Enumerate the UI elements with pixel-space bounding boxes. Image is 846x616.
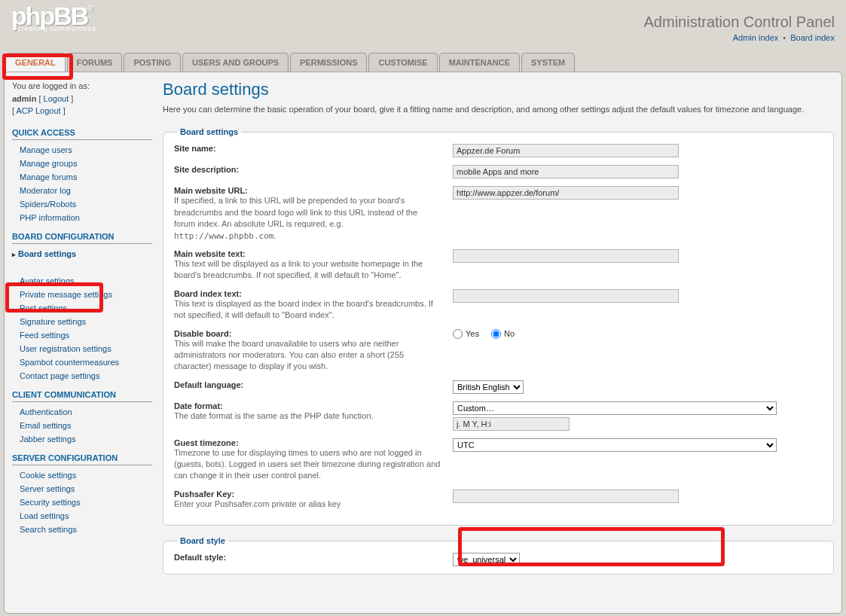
board-index-input[interactable] xyxy=(453,289,679,303)
disable-no-label: No xyxy=(504,329,515,338)
main-content: You are logged in as: admin [ Logout ] [… xyxy=(4,72,842,614)
date-format-input[interactable] xyxy=(453,417,570,431)
sidebar-contact-page[interactable]: Contact page settings xyxy=(20,371,99,380)
sidebar-auth[interactable]: Authentication xyxy=(20,407,72,416)
pushsafer-key-input[interactable] xyxy=(453,489,679,503)
quick-access-list: Manage users Manage groups Manage forums… xyxy=(12,143,152,224)
sidebar-manage-forums[interactable]: Manage forums xyxy=(20,172,77,181)
guest-tz-select[interactable]: UTC xyxy=(453,438,777,452)
board-config-heading: BOARD CONFIGURATION xyxy=(12,232,152,244)
acp-logout-link[interactable]: ACP Logout xyxy=(17,106,61,115)
logo[interactable]: phpBB® creating communities xyxy=(11,6,96,32)
sidebar-cookie-settings[interactable]: Cookie settings xyxy=(20,471,76,480)
sidebar-php-info[interactable]: PHP information xyxy=(20,213,80,222)
quick-access-heading: QUICK ACCESS xyxy=(12,128,152,140)
page-desc: Here you can determine the basic operati… xyxy=(163,104,834,115)
tab-posting[interactable]: POSTING xyxy=(124,53,181,72)
sidebar-user-reg-settings[interactable]: User registration settings xyxy=(20,344,111,353)
sidebar-jabber-settings[interactable]: Jabber settings xyxy=(20,435,76,444)
server-config-list: Cookie settings Server settings Security… xyxy=(12,468,152,536)
sidebar-manage-users[interactable]: Manage users xyxy=(20,145,72,154)
sidebar-manage-groups[interactable]: Manage groups xyxy=(20,159,77,168)
login-info: You are logged in as: admin [ Logout ] [… xyxy=(12,80,152,117)
disable-yes-label: Yes xyxy=(466,329,479,338)
board-index-link[interactable]: Board index xyxy=(790,33,835,42)
guest-tz-label: Guest timezone: xyxy=(174,438,239,447)
sidebar-avatar-settings[interactable]: Avatar settings xyxy=(20,276,75,285)
tab-general[interactable]: GENERAL xyxy=(5,53,66,72)
site-desc-input[interactable] xyxy=(453,165,679,178)
disable-no-radio[interactable] xyxy=(491,329,501,339)
pushsafer-key-label: Pushsafer Key: xyxy=(174,489,234,499)
sidebar-spiders[interactable]: Spiders/Robots xyxy=(20,200,76,209)
sidebar-feed-settings[interactable]: Feed settings xyxy=(20,331,69,340)
acp-title: Administration Control Panel xyxy=(644,14,835,31)
username: admin xyxy=(12,94,36,103)
sidebar-moderator-log[interactable]: Moderator log xyxy=(20,186,71,195)
client-comm-heading: CLIENT COMMUNICATION xyxy=(12,390,152,402)
board-index-label: Board index text: xyxy=(174,289,242,298)
sidebar-pm-settings[interactable]: Private message settings xyxy=(20,290,112,299)
main-url-input[interactable] xyxy=(453,186,679,200)
tab-customise[interactable]: CUSTOMISE xyxy=(368,53,437,72)
sidebar-server-settings[interactable]: Server settings xyxy=(20,484,75,493)
disable-board-label: Disable board: xyxy=(174,329,231,338)
tab-forums[interactable]: FORUMS xyxy=(67,53,123,72)
sidebar-board-settings[interactable]: Board settings xyxy=(18,249,76,258)
page-title: Board settings xyxy=(163,80,834,99)
client-comm-list: Authentication Email settings Jabber set… xyxy=(12,405,152,446)
site-desc-label: Site description: xyxy=(174,165,239,174)
date-format-select[interactable]: Custom… xyxy=(453,401,777,415)
sidebar-post-settings[interactable]: Post settings xyxy=(20,303,67,313)
sidebar: You are logged in as: admin [ Logout ] [… xyxy=(12,80,163,605)
site-name-input[interactable] xyxy=(453,144,679,157)
main-text-input[interactable] xyxy=(453,249,679,263)
tab-system[interactable]: SYSTEM xyxy=(521,53,575,72)
fieldset-legend-board: Board settings xyxy=(177,127,241,136)
default-style-label: Default style: xyxy=(174,553,226,562)
server-config-heading: SERVER CONFIGURATION xyxy=(12,453,152,465)
tab-maintenance[interactable]: MAINTENANCE xyxy=(439,53,520,72)
tab-permissions[interactable]: PERMISSIONS xyxy=(290,53,367,72)
content-area: Board settings Here you can determine th… xyxy=(163,80,834,605)
admin-index-link[interactable]: Admin index xyxy=(733,33,779,42)
sidebar-security-settings[interactable]: Security settings xyxy=(20,498,81,507)
default-style-select[interactable]: we_universal xyxy=(453,553,520,566)
sidebar-search-settings[interactable]: Search settings xyxy=(20,525,77,534)
header-right: Administration Control Panel Admin index… xyxy=(644,14,835,42)
board-settings-fieldset: Board settings Site name: Site descripti… xyxy=(163,127,834,526)
main-url-label: Main website URL: xyxy=(174,186,248,195)
default-lang-label: Default language: xyxy=(174,380,243,389)
sidebar-signature-settings[interactable]: Signature settings xyxy=(20,317,86,326)
sidebar-email-settings[interactable]: Email settings xyxy=(20,421,71,430)
main-text-label: Main website text: xyxy=(174,249,246,258)
date-format-label: Date format: xyxy=(174,401,223,410)
fieldset-legend-style: Board style xyxy=(177,536,228,545)
board-style-fieldset: Board style Default style: we_universal xyxy=(163,536,834,575)
sidebar-load-settings[interactable]: Load settings xyxy=(20,511,69,520)
default-lang-select[interactable]: British English xyxy=(453,380,524,394)
sidebar-spambot[interactable]: Spambot countermeasures xyxy=(20,358,119,367)
tab-users-groups[interactable]: USERS AND GROUPS xyxy=(182,53,289,72)
header: phpBB® creating communities Administrati… xyxy=(0,0,846,53)
disable-yes-radio[interactable] xyxy=(453,329,463,339)
board-config-list: Board settings Avatar settings Private m… xyxy=(12,247,152,383)
logout-link[interactable]: Logout xyxy=(44,94,69,103)
site-name-label: Site name: xyxy=(174,144,216,153)
main-tabs: GENERAL FORUMS POSTING USERS AND GROUPS … xyxy=(0,53,846,72)
